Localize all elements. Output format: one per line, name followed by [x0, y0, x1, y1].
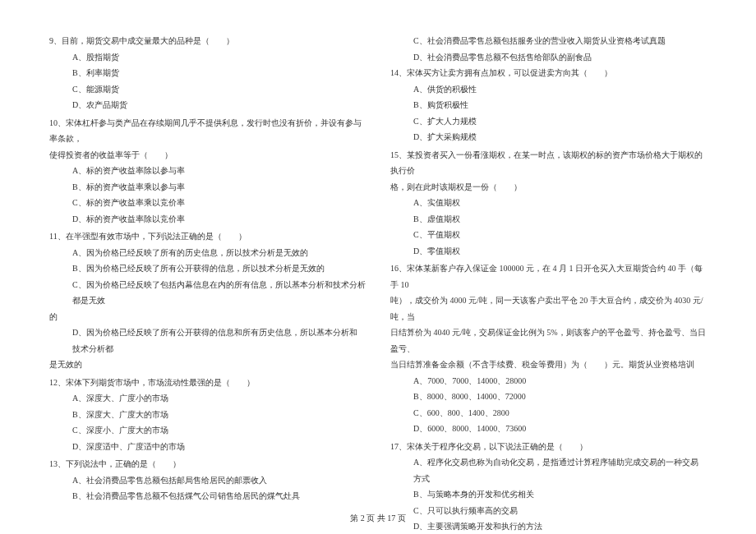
question-16-text: 16、宋体某新客户存入保证金 100000 元，在 4 月 1 日开仓买入大豆期… — [390, 260, 707, 292]
page-footer: 第 2 页 共 17 页 — [0, 513, 756, 524]
question-13-option-b: B、社会消费品零售总额不包括煤气公司销售给居民的煤气灶具 — [49, 488, 366, 504]
question-16-option-b: B、8000、8000、14000、72000 — [390, 389, 707, 405]
question-9-option-c: C、能源期货 — [49, 81, 366, 98]
question-10-text: 10、宋体杠杆参与类产品在存续期间几乎不提供利息，发行时也没有折价，并设有参与率… — [49, 115, 366, 147]
question-11-option-c: C、因为价格已经反映了包括内幕信息在内的所有信息，所以基本分析和技术分析都是无效 — [49, 277, 366, 309]
question-16-cont1: 吨），成交价为 4000 元/吨，同一天该客户卖出平仓 20 手大豆合约，成交价… — [390, 292, 707, 325]
question-13-option-a: A、社会消费品零售总额包括邮局售给居民的邮票收入 — [49, 472, 366, 489]
question-9-text: 9、目前，期货交易中成交量最大的品种是（ ） — [49, 33, 366, 49]
question-13-option-d: D、社会消费品零售总额不包括售给部队的副食品 — [390, 49, 707, 66]
question-13-option-c: C、社会消费品零售总额包括服务业的营业收入期货从业资格考试真题 — [390, 33, 707, 49]
question-9: 9、目前，期货交易中成交量最大的品种是（ ） A、股指期货 B、利率期货 C、能… — [49, 33, 366, 113]
question-10-option-a: A、标的资产收益率除以参与率 — [49, 163, 366, 179]
question-12: 12、宋体下列期货市场中，市场流动性最强的是（ ） A、深度大、广度小的市场 B… — [49, 375, 366, 455]
question-14: 14、宋体买方让卖方拥有点加权，可以促进卖方向其（ ） A、供货的积极性 B、购… — [390, 65, 707, 145]
question-14-option-b: B、购货积极性 — [390, 97, 707, 113]
left-column: 9、目前，期货交易中成交量最大的品种是（ ） A、股指期货 B、利率期货 C、能… — [49, 33, 366, 493]
question-10-option-d: D、标的资产收益率除以竞价率 — [49, 211, 366, 228]
question-15-option-a: A、实值期权 — [390, 195, 707, 211]
question-11: 11、在半强型有效市场中，下列说法正确的是（ ） A、因为价格已经反映了所有的历… — [49, 228, 366, 373]
question-9-option-d: D、农产品期货 — [49, 97, 366, 113]
question-17-text: 17、宋体关于程序化交易，以下说法正确的是（ ） — [390, 439, 707, 455]
question-11-option-b: B、因为价格已经反映了所有公开获得的信息，所以技术分析是无效的 — [49, 260, 366, 277]
question-9-option-a: A、股指期货 — [49, 49, 366, 66]
question-15-text: 15、某投资者买入一份看涨期权，在某一时点，该期权的标的资产市场价格大于期权的执… — [390, 147, 707, 179]
question-10-option-b: B、标的资产收益率乘以参与率 — [49, 179, 366, 196]
question-15-cont: 格，则在此时该期权是一份（ ） — [390, 179, 707, 196]
question-10: 10、宋体杠杆参与类产品在存续期间几乎不提供利息，发行时也没有折价，并设有参与率… — [49, 115, 366, 228]
question-12-option-b: B、深度大、广度大的市场 — [49, 407, 366, 423]
question-12-option-c: C、深度小、广度大的市场 — [49, 422, 366, 439]
question-12-option-d: D、深度适中、广度适中的市场 — [49, 439, 366, 455]
question-11-option-d: D、因为价格已经反映了所有公开获得的信息和所有历史信息，所以基本分析和技术分析都 — [49, 325, 366, 357]
question-11-option-c-cont: 的 — [49, 309, 366, 325]
two-column-layout: 9、目前，期货交易中成交量最大的品种是（ ） A、股指期货 B、利率期货 C、能… — [49, 33, 707, 493]
question-14-text: 14、宋体买方让卖方拥有点加权，可以促进卖方向其（ ） — [390, 65, 707, 81]
question-10-cont: 使得投资者的收益率等于（ ） — [49, 147, 366, 163]
question-10-option-c: C、标的资产收益率乘以竞价率 — [49, 195, 366, 211]
question-16: 16、宋体某新客户存入保证金 100000 元，在 4 月 1 日开仓买入大豆期… — [390, 260, 707, 437]
question-15: 15、某投资者买入一份看涨期权，在某一时点，该期权的标的资产市场价格大于期权的执… — [390, 147, 707, 260]
question-13: 13、下列说法中，正确的是（ ） A、社会消费品零售总额包括邮局售给居民的邮票收… — [49, 456, 366, 504]
question-14-option-a: A、供货的积极性 — [390, 81, 707, 98]
question-11-option-a: A、因为价格已经反映了所有的历史信息，所以技术分析是无效的 — [49, 245, 366, 261]
question-14-option-d: D、扩大采购规模 — [390, 129, 707, 145]
question-16-cont3: 当日结算准备金余额（不含手续费、税金等费用）为（ ）元。期货从业资格培训 — [390, 357, 707, 373]
question-13-text: 13、下列说法中，正确的是（ ） — [49, 456, 366, 472]
question-15-option-c: C、平值期权 — [390, 227, 707, 243]
question-15-option-b: B、虚值期权 — [390, 211, 707, 228]
question-16-option-d: D、6000、8000、14000、73600 — [390, 421, 707, 437]
question-11-text: 11、在半强型有效市场中，下列说法正确的是（ ） — [49, 228, 366, 245]
question-16-option-a: A、7000、7000、14000、28000 — [390, 373, 707, 389]
question-16-cont2: 日结算价为 4040 元/吨，交易保证金比例为 5%，则该客户的平仓盈亏、持仓盈… — [390, 325, 707, 357]
question-11-option-d-cont: 是无效的 — [49, 357, 366, 373]
right-column: C、社会消费品零售总额包括服务业的营业收入期货从业资格考试真题 D、社会消费品零… — [390, 33, 707, 493]
question-15-option-d: D、零值期权 — [390, 243, 707, 260]
question-9-option-b: B、利率期货 — [49, 65, 366, 81]
question-12-option-a: A、深度大、广度小的市场 — [49, 390, 366, 407]
question-17-option-b: B、与策略本身的开发和优劣相关 — [390, 486, 707, 503]
question-17-option-a: A、程序化交易也称为自动化交易，是指通过计算程序辅助完成交易的一种交易方式 — [390, 454, 707, 486]
question-14-option-c: C、扩大人力规模 — [390, 113, 707, 130]
question-12-text: 12、宋体下列期货市场中，市场流动性最强的是（ ） — [49, 375, 366, 391]
question-16-option-c: C、600、800、1400、2800 — [390, 405, 707, 421]
